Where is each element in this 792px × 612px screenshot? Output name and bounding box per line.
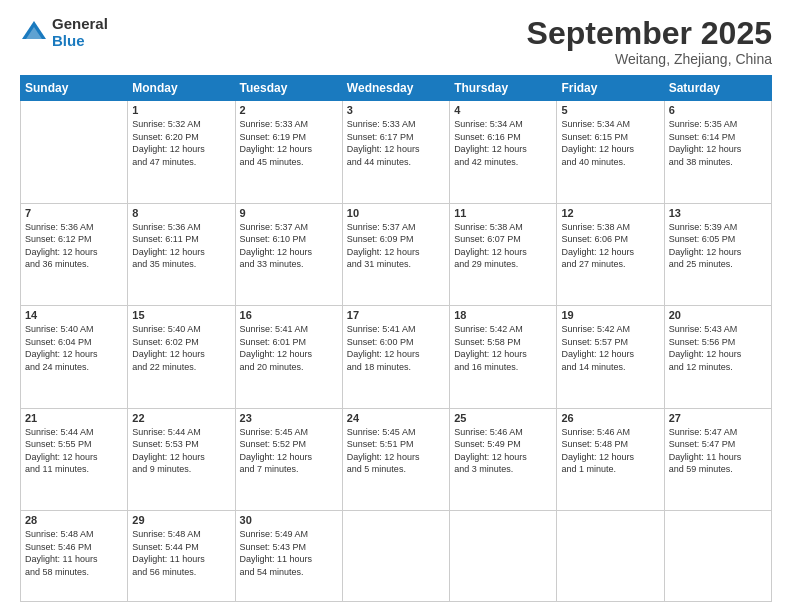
day-detail: Sunrise: 5:33 AM Sunset: 6:19 PM Dayligh… xyxy=(240,118,338,168)
day-detail: Sunrise: 5:40 AM Sunset: 6:02 PM Dayligh… xyxy=(132,323,230,373)
day-detail: Sunrise: 5:36 AM Sunset: 6:12 PM Dayligh… xyxy=(25,221,123,271)
table-row xyxy=(21,101,128,203)
table-row xyxy=(664,511,771,602)
logo-general-text: General xyxy=(52,16,108,33)
day-detail: Sunrise: 5:48 AM Sunset: 5:44 PM Dayligh… xyxy=(132,528,230,578)
day-detail: Sunrise: 5:40 AM Sunset: 6:04 PM Dayligh… xyxy=(25,323,123,373)
day-detail: Sunrise: 5:44 AM Sunset: 5:53 PM Dayligh… xyxy=(132,426,230,476)
day-number: 19 xyxy=(561,309,659,321)
day-detail: Sunrise: 5:48 AM Sunset: 5:46 PM Dayligh… xyxy=(25,528,123,578)
table-row: 7Sunrise: 5:36 AM Sunset: 6:12 PM Daylig… xyxy=(21,203,128,305)
table-row: 4Sunrise: 5:34 AM Sunset: 6:16 PM Daylig… xyxy=(450,101,557,203)
day-number: 6 xyxy=(669,104,767,116)
day-detail: Sunrise: 5:46 AM Sunset: 5:48 PM Dayligh… xyxy=(561,426,659,476)
day-number: 21 xyxy=(25,412,123,424)
table-row: 27Sunrise: 5:47 AM Sunset: 5:47 PM Dayli… xyxy=(664,408,771,510)
col-saturday: Saturday xyxy=(664,76,771,101)
table-row: 24Sunrise: 5:45 AM Sunset: 5:51 PM Dayli… xyxy=(342,408,449,510)
day-number: 26 xyxy=(561,412,659,424)
table-row: 25Sunrise: 5:46 AM Sunset: 5:49 PM Dayli… xyxy=(450,408,557,510)
day-detail: Sunrise: 5:43 AM Sunset: 5:56 PM Dayligh… xyxy=(669,323,767,373)
day-detail: Sunrise: 5:49 AM Sunset: 5:43 PM Dayligh… xyxy=(240,528,338,578)
table-row: 8Sunrise: 5:36 AM Sunset: 6:11 PM Daylig… xyxy=(128,203,235,305)
table-row: 18Sunrise: 5:42 AM Sunset: 5:58 PM Dayli… xyxy=(450,306,557,408)
day-detail: Sunrise: 5:45 AM Sunset: 5:51 PM Dayligh… xyxy=(347,426,445,476)
day-number: 12 xyxy=(561,207,659,219)
week-row-2: 7Sunrise: 5:36 AM Sunset: 6:12 PM Daylig… xyxy=(21,203,772,305)
day-number: 1 xyxy=(132,104,230,116)
logo: General Blue xyxy=(20,16,108,49)
table-row: 29Sunrise: 5:48 AM Sunset: 5:44 PM Dayli… xyxy=(128,511,235,602)
day-detail: Sunrise: 5:47 AM Sunset: 5:47 PM Dayligh… xyxy=(669,426,767,476)
title-block: September 2025 Weitang, Zhejiang, China xyxy=(527,16,772,67)
table-row: 9Sunrise: 5:37 AM Sunset: 6:10 PM Daylig… xyxy=(235,203,342,305)
table-row: 22Sunrise: 5:44 AM Sunset: 5:53 PM Dayli… xyxy=(128,408,235,510)
logo-text: General Blue xyxy=(52,16,108,49)
day-number: 7 xyxy=(25,207,123,219)
day-number: 13 xyxy=(669,207,767,219)
table-row: 3Sunrise: 5:33 AM Sunset: 6:17 PM Daylig… xyxy=(342,101,449,203)
table-row: 2Sunrise: 5:33 AM Sunset: 6:19 PM Daylig… xyxy=(235,101,342,203)
table-row: 30Sunrise: 5:49 AM Sunset: 5:43 PM Dayli… xyxy=(235,511,342,602)
day-detail: Sunrise: 5:37 AM Sunset: 6:09 PM Dayligh… xyxy=(347,221,445,271)
day-detail: Sunrise: 5:41 AM Sunset: 6:00 PM Dayligh… xyxy=(347,323,445,373)
col-wednesday: Wednesday xyxy=(342,76,449,101)
day-detail: Sunrise: 5:33 AM Sunset: 6:17 PM Dayligh… xyxy=(347,118,445,168)
day-detail: Sunrise: 5:32 AM Sunset: 6:20 PM Dayligh… xyxy=(132,118,230,168)
col-thursday: Thursday xyxy=(450,76,557,101)
day-number: 17 xyxy=(347,309,445,321)
day-number: 4 xyxy=(454,104,552,116)
day-number: 9 xyxy=(240,207,338,219)
header-row: Sunday Monday Tuesday Wednesday Thursday… xyxy=(21,76,772,101)
day-number: 30 xyxy=(240,514,338,526)
day-detail: Sunrise: 5:34 AM Sunset: 6:16 PM Dayligh… xyxy=(454,118,552,168)
main-title: September 2025 xyxy=(527,16,772,51)
day-number: 23 xyxy=(240,412,338,424)
week-row-5: 28Sunrise: 5:48 AM Sunset: 5:46 PM Dayli… xyxy=(21,511,772,602)
table-row: 13Sunrise: 5:39 AM Sunset: 6:05 PM Dayli… xyxy=(664,203,771,305)
day-detail: Sunrise: 5:44 AM Sunset: 5:55 PM Dayligh… xyxy=(25,426,123,476)
day-number: 15 xyxy=(132,309,230,321)
day-number: 16 xyxy=(240,309,338,321)
day-number: 28 xyxy=(25,514,123,526)
day-detail: Sunrise: 5:38 AM Sunset: 6:06 PM Dayligh… xyxy=(561,221,659,271)
day-detail: Sunrise: 5:36 AM Sunset: 6:11 PM Dayligh… xyxy=(132,221,230,271)
subtitle: Weitang, Zhejiang, China xyxy=(527,51,772,67)
day-number: 14 xyxy=(25,309,123,321)
day-number: 5 xyxy=(561,104,659,116)
logo-blue-text: Blue xyxy=(52,33,108,50)
day-number: 24 xyxy=(347,412,445,424)
week-row-4: 21Sunrise: 5:44 AM Sunset: 5:55 PM Dayli… xyxy=(21,408,772,510)
table-row: 12Sunrise: 5:38 AM Sunset: 6:06 PM Dayli… xyxy=(557,203,664,305)
day-detail: Sunrise: 5:39 AM Sunset: 6:05 PM Dayligh… xyxy=(669,221,767,271)
table-row: 15Sunrise: 5:40 AM Sunset: 6:02 PM Dayli… xyxy=(128,306,235,408)
day-detail: Sunrise: 5:42 AM Sunset: 5:57 PM Dayligh… xyxy=(561,323,659,373)
day-detail: Sunrise: 5:46 AM Sunset: 5:49 PM Dayligh… xyxy=(454,426,552,476)
day-number: 18 xyxy=(454,309,552,321)
col-friday: Friday xyxy=(557,76,664,101)
col-tuesday: Tuesday xyxy=(235,76,342,101)
table-row: 16Sunrise: 5:41 AM Sunset: 6:01 PM Dayli… xyxy=(235,306,342,408)
day-number: 22 xyxy=(132,412,230,424)
day-number: 8 xyxy=(132,207,230,219)
day-detail: Sunrise: 5:41 AM Sunset: 6:01 PM Dayligh… xyxy=(240,323,338,373)
calendar-table: Sunday Monday Tuesday Wednesday Thursday… xyxy=(20,75,772,602)
table-row: 19Sunrise: 5:42 AM Sunset: 5:57 PM Dayli… xyxy=(557,306,664,408)
table-row: 14Sunrise: 5:40 AM Sunset: 6:04 PM Dayli… xyxy=(21,306,128,408)
table-row xyxy=(450,511,557,602)
day-number: 2 xyxy=(240,104,338,116)
col-sunday: Sunday xyxy=(21,76,128,101)
table-row: 5Sunrise: 5:34 AM Sunset: 6:15 PM Daylig… xyxy=(557,101,664,203)
col-monday: Monday xyxy=(128,76,235,101)
table-row: 23Sunrise: 5:45 AM Sunset: 5:52 PM Dayli… xyxy=(235,408,342,510)
table-row: 21Sunrise: 5:44 AM Sunset: 5:55 PM Dayli… xyxy=(21,408,128,510)
day-number: 3 xyxy=(347,104,445,116)
table-row: 1Sunrise: 5:32 AM Sunset: 6:20 PM Daylig… xyxy=(128,101,235,203)
table-row: 11Sunrise: 5:38 AM Sunset: 6:07 PM Dayli… xyxy=(450,203,557,305)
day-number: 25 xyxy=(454,412,552,424)
day-detail: Sunrise: 5:35 AM Sunset: 6:14 PM Dayligh… xyxy=(669,118,767,168)
day-detail: Sunrise: 5:34 AM Sunset: 6:15 PM Dayligh… xyxy=(561,118,659,168)
week-row-3: 14Sunrise: 5:40 AM Sunset: 6:04 PM Dayli… xyxy=(21,306,772,408)
day-number: 20 xyxy=(669,309,767,321)
table-row xyxy=(557,511,664,602)
